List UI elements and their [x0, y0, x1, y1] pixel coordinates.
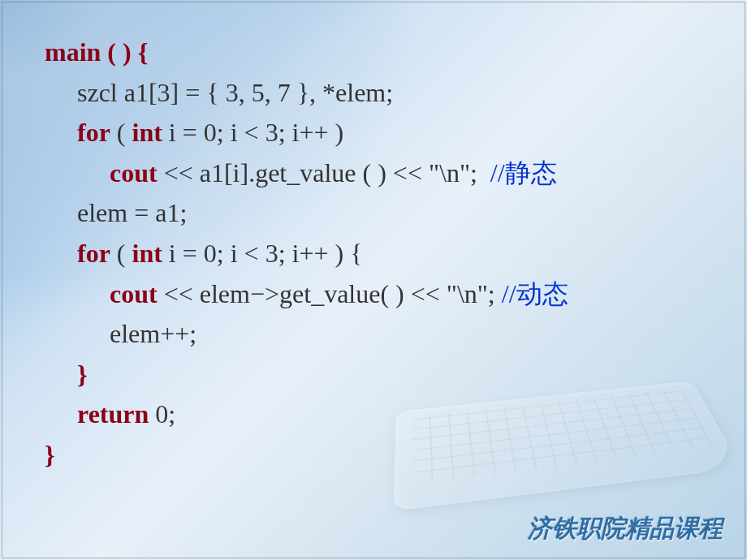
code-line-10: return 0;: [45, 394, 568, 435]
code-line-9: }: [45, 355, 568, 395]
keyword-main: main: [45, 37, 101, 67]
code-snippet: main ( ) { szcl a1[3] = { 3, 5, 7 }, *el…: [45, 32, 568, 476]
brace-close: }: [45, 440, 55, 469]
code-text: << elem−>get_value( ) << "\n";: [158, 279, 502, 308]
code-line-2: szcl a1[3] = { 3, 5, 7 }, *elem;: [45, 73, 568, 114]
code-text: i = 0; i < 3; i++ ) {: [162, 239, 363, 268]
code-line-8: elem++;: [45, 314, 568, 355]
comment-dynamic: //动态: [502, 279, 568, 308]
code-line-1: main ( ) {: [45, 32, 568, 73]
keyword-for: for: [77, 239, 110, 268]
footer-text: 济铁职院精品课程: [528, 512, 723, 545]
keyword-for: for: [77, 118, 110, 147]
code-text: << a1[i].get_value ( ) << "\n";: [158, 158, 490, 187]
code-line-6: for ( int i = 0; i < 3; i++ ) {: [45, 234, 568, 274]
keyword-int: int: [132, 239, 162, 268]
code-line-3: for ( int i = 0; i < 3; i++ ): [45, 113, 568, 153]
keyword-int: int: [132, 118, 162, 147]
code-text: i = 0; i < 3; i++ ): [162, 118, 343, 147]
comment-static: //静态: [490, 158, 557, 187]
code-line-4: cout << a1[i].get_value ( ) << "\n"; //静…: [45, 153, 568, 194]
code-line-5: elem = a1;: [45, 193, 568, 234]
code-text: szcl a1[3] = { 3, 5, 7 }, *elem;: [77, 78, 393, 107]
brace-close: }: [77, 360, 88, 389]
code-text: elem = a1;: [77, 198, 187, 227]
code-text: 0;: [149, 399, 175, 429]
keyword-cout: cout: [110, 158, 158, 187]
code-line-7: cout << elem−>get_value( ) << "\n"; //动态: [45, 274, 568, 315]
keyword-cout: cout: [110, 279, 158, 308]
code-line-11: }: [45, 435, 568, 476]
code-text: ( ) {: [101, 37, 148, 67]
code-text: (: [110, 239, 132, 268]
code-text: elem++;: [110, 319, 196, 348]
code-text: (: [110, 118, 132, 147]
keyword-return: return: [77, 399, 149, 429]
